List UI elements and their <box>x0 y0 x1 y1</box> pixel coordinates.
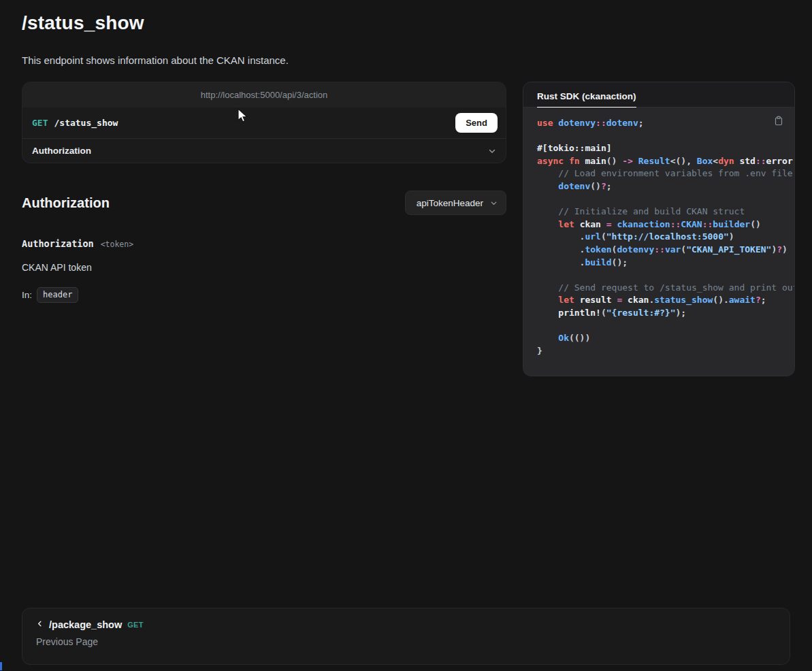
previous-page-label: Previous Page <box>36 636 776 647</box>
code-body: use dotenvy::dotenv; #[tokio::main]async… <box>523 108 794 376</box>
auth-section-heading: Authorization <box>22 195 110 211</box>
auth-row-label: Authorization <box>32 146 91 156</box>
auth-param-name: Authorization <box>22 238 94 249</box>
tab-rust-sdk[interactable]: Rust SDK (ckanaction) <box>537 91 636 108</box>
auth-in-value-badge: header <box>37 287 78 303</box>
request-card-header: http://localhost:5000/api/3/action <box>22 82 506 108</box>
clipboard-copy-icon[interactable] <box>772 114 785 129</box>
auth-scheme-value: apiTokenHeader <box>417 198 483 208</box>
auth-section-header: Authorization apiTokenHeader <box>22 191 506 215</box>
auth-in-label: In: <box>22 290 32 300</box>
auth-param-type: <token> <box>101 240 133 249</box>
left-column: http://localhost:5000/api/3/action GET /… <box>22 82 506 303</box>
auth-collapsible-row[interactable]: Authorization <box>22 138 506 163</box>
auth-scheme-select[interactable]: apiTokenHeader <box>405 191 506 215</box>
auth-param-line: Authorization <token> <box>22 238 506 249</box>
base-url: http://localhost:5000/api/3/action <box>201 90 327 100</box>
code-panel: Rust SDK (ckanaction) use dotenvy::doten… <box>523 82 795 376</box>
request-row: GET /status_show Send <box>22 108 506 138</box>
edge-scroll-indicator <box>0 662 2 670</box>
chevron-down-icon <box>490 199 498 207</box>
http-method-label: GET <box>32 118 48 128</box>
chevron-down-icon <box>488 147 496 155</box>
code-panel-header: Rust SDK (ckanaction) <box>523 82 794 108</box>
right-column: Rust SDK (ckanaction) use dotenvy::doten… <box>523 82 795 376</box>
code-block: use dotenvy::dotenv; #[tokio::main]async… <box>537 117 794 357</box>
content-columns: http://localhost:5000/api/3/action GET /… <box>22 82 790 376</box>
auth-in-row: In: header <box>22 287 506 303</box>
page-description: This endpoint shows information about th… <box>22 54 790 66</box>
previous-endpoint-path: /package_show <box>49 619 122 630</box>
request-card: http://localhost:5000/api/3/action GET /… <box>22 82 506 163</box>
previous-page-card[interactable]: /package_show GET Previous Page <box>22 608 790 665</box>
chevron-left-icon <box>36 619 44 629</box>
auth-param-description: CKAN API token <box>22 262 506 273</box>
previous-endpoint-method: GET <box>127 621 144 629</box>
previous-page-link: /package_show GET <box>36 619 776 630</box>
send-button[interactable]: Send <box>455 113 498 133</box>
endpoint-path: /status_show <box>54 118 118 128</box>
page-title: /status_show <box>22 12 790 34</box>
page-container: /status_show This endpoint shows informa… <box>0 0 812 665</box>
